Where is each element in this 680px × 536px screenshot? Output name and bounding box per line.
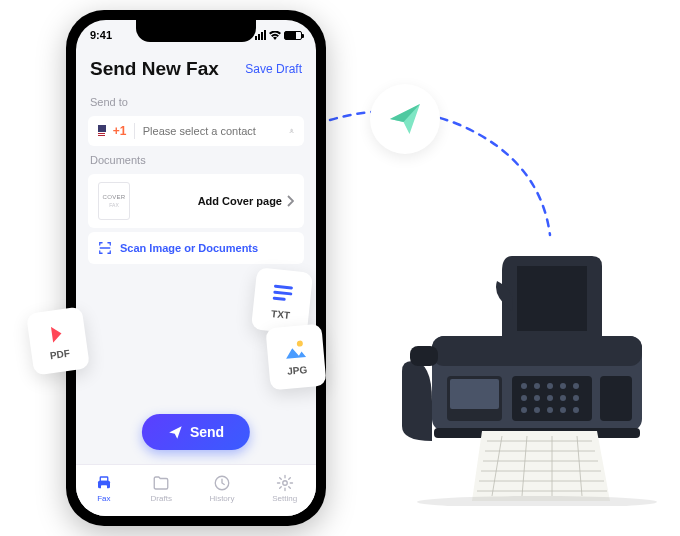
gear-icon <box>276 474 294 492</box>
fax-machine-graphic <box>382 246 662 506</box>
svg-point-21 <box>573 383 579 389</box>
jpg-file-card: JPG <box>265 324 326 391</box>
svg-point-23 <box>534 395 540 401</box>
svg-line-9 <box>274 298 284 299</box>
cover-page-row[interactable]: COVER FAX Add Cover page <box>88 174 304 228</box>
signal-icon <box>255 30 266 40</box>
paper-plane-graphic <box>370 84 440 154</box>
tab-fax[interactable]: Fax <box>95 474 113 503</box>
clock-icon <box>213 474 231 492</box>
send-to-label: Send to <box>76 92 316 112</box>
svg-point-18 <box>534 383 540 389</box>
svg-point-28 <box>534 407 540 413</box>
status-time: 9:41 <box>90 29 112 41</box>
recipient-input[interactable] <box>143 125 281 137</box>
svg-point-44 <box>417 496 657 506</box>
svg-point-22 <box>521 395 527 401</box>
page-title: Send New Fax <box>90 58 219 80</box>
scan-icon <box>98 241 112 255</box>
send-to-row[interactable]: +1 <box>88 116 304 146</box>
tab-drafts[interactable]: Drafts <box>151 474 172 503</box>
svg-line-8 <box>275 292 291 294</box>
app-header: Send New Fax Save Draft <box>76 50 316 92</box>
tab-history[interactable]: History <box>210 474 235 503</box>
svg-point-25 <box>560 395 566 401</box>
svg-point-10 <box>297 340 304 347</box>
svg-rect-33 <box>410 346 438 366</box>
svg-line-7 <box>276 286 292 288</box>
image-icon <box>282 337 308 363</box>
svg-point-24 <box>547 395 553 401</box>
svg-point-6 <box>282 481 287 486</box>
chevron-right-icon <box>286 195 294 207</box>
add-cover-button[interactable]: Add Cover page <box>198 195 294 207</box>
svg-point-19 <box>547 383 553 389</box>
tab-setting[interactable]: Setting <box>272 474 297 503</box>
svg-point-29 <box>547 407 553 413</box>
paper-plane-icon <box>387 101 423 137</box>
folder-icon <box>152 474 170 492</box>
svg-rect-3 <box>100 477 108 482</box>
svg-point-17 <box>521 383 527 389</box>
battery-icon <box>284 31 302 40</box>
svg-rect-4 <box>101 485 107 490</box>
connection-path <box>320 90 600 260</box>
pdf-file-card: PDF <box>26 306 90 375</box>
pdf-icon <box>43 321 70 348</box>
documents-label: Documents <box>76 150 316 170</box>
send-icon <box>168 425 183 440</box>
phone-frame: 9:41 Send New Fax Save Draft Send to +1 … <box>66 10 326 526</box>
fax-icon <box>95 474 113 492</box>
svg-rect-12 <box>432 336 642 366</box>
country-code[interactable]: +1 <box>113 124 127 138</box>
contact-icon[interactable] <box>289 124 294 138</box>
tab-bar: Fax Drafts History Setting <box>76 464 316 516</box>
svg-point-0 <box>291 129 293 131</box>
svg-point-20 <box>560 383 566 389</box>
scan-button[interactable]: Scan Image or Documents <box>88 232 304 264</box>
phone-notch <box>136 20 256 42</box>
save-draft-button[interactable]: Save Draft <box>245 62 302 76</box>
wifi-icon <box>269 31 281 40</box>
cover-thumbnail: COVER FAX <box>98 182 130 220</box>
flag-us-icon[interactable] <box>98 125 105 137</box>
svg-point-31 <box>573 407 579 413</box>
svg-point-27 <box>521 407 527 413</box>
send-button[interactable]: Send <box>142 414 250 450</box>
svg-rect-32 <box>600 376 632 421</box>
txt-icon <box>270 281 296 307</box>
svg-point-26 <box>573 395 579 401</box>
svg-rect-15 <box>450 379 499 409</box>
phone-screen: 9:41 Send New Fax Save Draft Send to +1 … <box>76 20 316 516</box>
svg-point-30 <box>560 407 566 413</box>
